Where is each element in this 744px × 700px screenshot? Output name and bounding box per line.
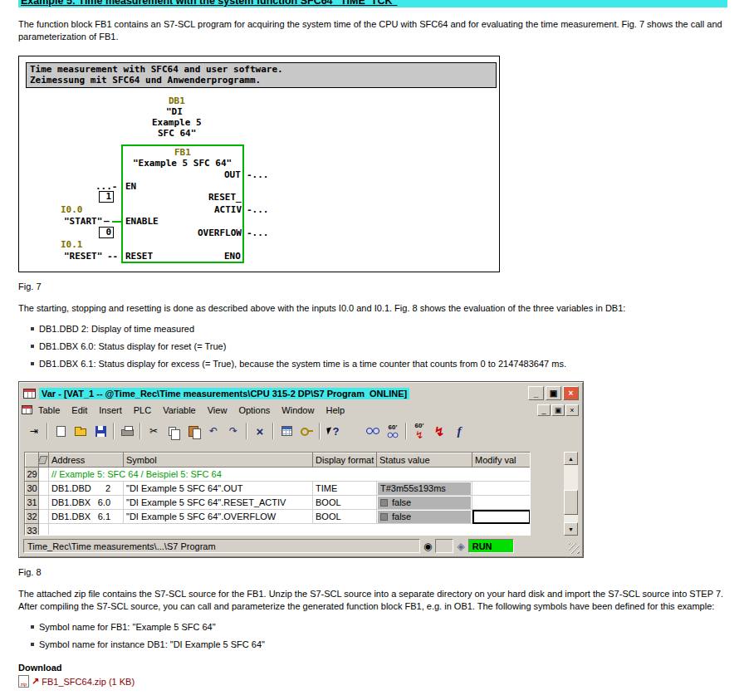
table-row[interactable]: 30 DB1.DBD2 "DI Example 5 SFC 64".OUT TI… [26,482,531,496]
insert-range-button[interactable] [277,422,296,440]
minimize-button[interactable]: _ [528,386,544,400]
intro-paragraph: The function block FB1 contains an S7-SC… [18,18,727,43]
row-number[interactable]: 32 [26,510,39,524]
paste-button[interactable] [184,422,203,440]
page-title: Example 5: Time measurement with the sys… [18,0,727,7]
row-number[interactable]: 31 [26,496,39,510]
edit-script-button[interactable]: f [449,422,469,440]
status-cell[interactable]: T#3m55s193ms [377,482,472,496]
address-offset: 6.0 [98,497,110,507]
db1-title: DB1 [169,95,185,106]
status-empty-panel [435,539,453,553]
monitor-variables-button[interactable] [363,422,383,440]
help-button[interactable]: ? [323,422,343,440]
status-cell[interactable]: false [377,510,472,524]
redo-button[interactable]: ↷ [223,422,243,440]
status-value: false [392,497,411,507]
new-button[interactable] [51,422,71,440]
scrollbar-thumb[interactable] [564,490,578,515]
download-link[interactable]: FB1_SFC64.zip (1 KB) [42,677,135,687]
format-cell[interactable]: TIME [313,482,377,496]
column-header-modify[interactable]: Modify val [472,453,531,467]
close-button[interactable]: × [563,386,579,400]
modify-with-trigger-button[interactable]: 60'↯ [409,422,429,440]
row-number[interactable]: 33 [26,524,39,536]
menu-edit[interactable]: Edit [66,404,93,417]
table-row[interactable]: 33 [26,524,531,536]
pin-reset-activ-label-1: RESET_ [208,192,242,203]
lightning-icon: ↯ [434,425,445,438]
row-marker-cell[interactable] [39,510,49,524]
restore-button[interactable]: ▣ [546,386,561,400]
modify-cell-focused[interactable] [472,510,531,524]
undo-icon: ↶ [209,426,218,436]
format-cell[interactable]: BOOL [313,510,377,524]
banner-line1: Time measurement with SFC64 and user sof… [30,64,492,75]
menu-plc[interactable]: PLC [128,404,157,417]
row-number[interactable]: 29 [26,467,39,482]
toolbar-separator [46,423,48,439]
column-header-status[interactable]: Status value [377,453,472,467]
row-marker-cell[interactable] [39,496,49,510]
menu-variable[interactable]: Variable [157,404,202,417]
row-marker-cell[interactable] [39,482,49,496]
scroll-up-button[interactable]: ▲ [564,452,578,465]
undo-button[interactable]: ↶ [203,422,223,440]
mdi-restore-button[interactable]: ▣ [551,404,565,416]
menu-window[interactable]: Window [276,404,320,417]
row-marker-cell[interactable] [39,467,49,482]
status-cell[interactable]: false [377,496,472,510]
empty-cell[interactable] [49,524,531,536]
modify-once-button[interactable]: ↯ [429,422,449,440]
column-header-symbol[interactable]: Symbol [124,453,313,467]
monitor-with-trigger-button[interactable]: 60' [383,422,403,440]
format-cell[interactable]: BOOL [313,496,377,510]
scroll-down-button[interactable]: ▼ [564,522,578,536]
menu-insert[interactable]: Insert [93,404,128,417]
delete-button[interactable]: × [250,422,270,440]
modify-cell[interactable] [472,496,531,510]
table-row[interactable]: 29 // Example 5: SFC 64 / Beispiel 5: SF… [26,467,531,482]
key-button[interactable] [296,422,316,440]
pin-button[interactable]: ⇥ [24,422,44,440]
copy-icon [169,427,176,436]
row-number-header[interactable] [26,453,39,467]
window-title: Var - [VAT_1 -- @Time_Rec\Time measureme… [39,388,409,399]
bool-indicator-icon [380,513,388,521]
mdi-minimize-button[interactable]: _ [537,404,551,416]
redo-icon: ↷ [229,426,237,436]
cut-button[interactable]: ✂ [144,422,164,440]
open-button[interactable] [71,422,91,440]
row-marker-cell[interactable] [39,524,49,536]
column-header-address[interactable]: Address [49,453,124,467]
menu-help[interactable]: Help [320,404,350,417]
header-row: Address Symbol Display format Status val… [26,453,531,467]
comment-cell[interactable]: // Example 5: SFC 64 / Beispiel 5: SFC 6… [49,467,531,482]
table-row[interactable]: 31 DB1.DBX6.0 "DI Example 5 SFC 64".RESE… [26,496,531,510]
sheet-corner-icon [39,456,48,464]
download-heading: Download [18,663,727,673]
fb1-name: "Example 5 SFC 64" [133,158,232,169]
save-button[interactable] [91,422,110,440]
title-bar[interactable]: Var - [VAT_1 -- @Time_Rec\Time measureme… [22,384,580,402]
menu-view[interactable]: View [202,404,233,417]
column-header-format[interactable]: Display format [313,453,377,467]
table-row[interactable]: 32 DB1.DBX6.1 "DI Example 5 SFC 64".OVER… [26,510,531,524]
symbol-cell[interactable]: "DI Example 5 SFC 64".RESET_ACTIV [124,496,313,510]
row-number[interactable]: 30 [26,482,39,496]
symbol-cell[interactable]: "DI Example 5 SFC 64".OVERFLOW [124,510,313,524]
symbol-cell[interactable]: "DI Example 5 SFC 64".OUT [124,482,313,496]
resize-grip[interactable] [569,543,580,554]
address-cell[interactable]: DB1.DBX6.1 [49,510,124,524]
print-button[interactable] [117,422,137,440]
toolbar-separator [140,423,141,439]
vertical-scrollbar[interactable]: ▲ ▼ [564,452,578,536]
copy-button[interactable] [164,422,184,440]
modify-cell[interactable] [472,482,531,496]
address-cell[interactable]: DB1.DBX6.0 [49,496,124,510]
menu-options[interactable]: Options [232,404,276,417]
address-cell[interactable]: DB1.DBD2 [49,482,124,496]
mdi-close-button[interactable]: × [565,404,579,416]
corner-header[interactable] [39,453,49,467]
menu-table[interactable]: Table [32,404,66,417]
